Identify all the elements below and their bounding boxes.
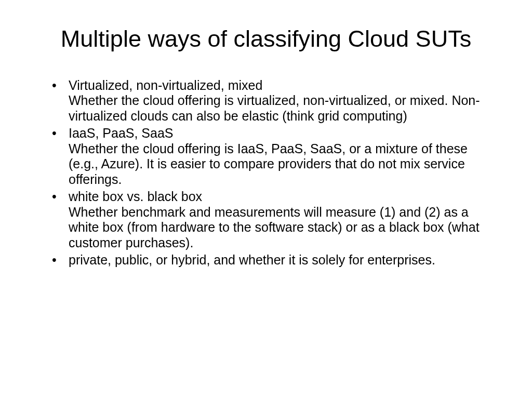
list-item: private, public, or hybrid, and whether …	[52, 252, 490, 268]
bullet-list: Virtualized, non-virtualized, mixed Whet…	[36, 78, 496, 268]
slide-title: Multiple ways of classifying Cloud SUTs	[36, 26, 496, 52]
bullet-lead: private, public, or hybrid, and whether …	[69, 252, 435, 267]
slide: Multiple ways of classifying Cloud SUTs …	[0, 0, 532, 399]
bullet-lead: IaaS, PaaS, SaaS	[69, 126, 174, 140]
list-item: IaaS, PaaS, SaaS Whether the cloud offer…	[52, 126, 490, 187]
list-item: Virtualized, non-virtualized, mixed Whet…	[52, 78, 490, 124]
list-item: white box vs. black box Whether benchmar…	[52, 189, 490, 250]
bullet-lead: Virtualized, non-virtualized, mixed	[69, 78, 262, 92]
bullet-desc: Whether benchmark and measurements will …	[69, 205, 480, 250]
bullet-lead: white box vs. black box	[69, 189, 202, 204]
bullet-desc: Whether the cloud offering is virtualize…	[69, 93, 480, 123]
bullet-desc: Whether the cloud offering is IaaS, PaaS…	[69, 141, 468, 187]
